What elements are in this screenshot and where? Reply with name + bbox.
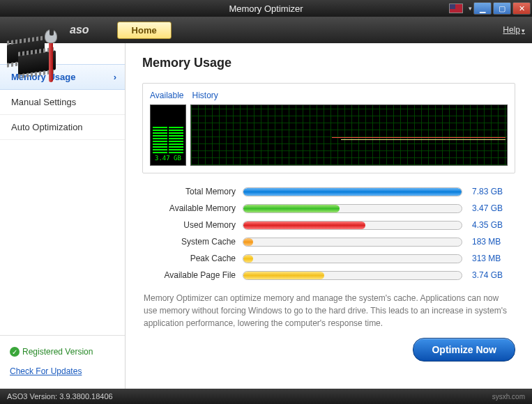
check-icon: ✓ (10, 347, 20, 357)
minimize-button[interactable]: ▁ (473, 2, 492, 15)
progress-bar (243, 254, 462, 263)
watermark: sysxh.com (492, 393, 525, 401)
progress-bar (243, 238, 462, 247)
registered-status: ✓ Registered Version (10, 343, 115, 361)
description-text: Memory Optimizer can optimize memory and… (144, 292, 514, 329)
progress-bar (243, 204, 462, 213)
sidebar: Memory Usage Manual Settings Auto Optimi… (0, 43, 126, 389)
available-gauge: 3.47 GB (150, 104, 186, 166)
stat-row-peak-cache: Peak Cache 313 MB (145, 250, 512, 267)
progress-bar (243, 187, 462, 196)
menubar: aso Home Help▾ (0, 17, 532, 43)
progress-bar (243, 271, 462, 280)
stat-row-total-memory: Total Memory 7.83 GB (145, 183, 512, 200)
stat-row-available-memory: Available Memory 3.47 GB (145, 200, 512, 217)
help-menu[interactable]: Help▾ (503, 25, 525, 35)
language-flag-icon[interactable] (449, 3, 463, 13)
version-label: ASO3 Version: 3.9.3800.18406 (7, 392, 113, 401)
panel-tab-available[interactable]: Available (150, 91, 183, 100)
app-logo-icon (3, 29, 66, 85)
window-title: Memory Optimizer (229, 3, 303, 14)
stats-list: Total Memory 7.83 GB Available Memory 3.… (145, 183, 512, 283)
panel-tab-history[interactable]: History (192, 91, 218, 100)
check-updates-link[interactable]: Check For Updates (10, 361, 115, 382)
tab-home[interactable]: Home (117, 22, 172, 39)
close-button[interactable]: ✕ (512, 2, 531, 15)
main-panel: Memory Usage Available History 3.47 GB T… (126, 43, 532, 389)
maximize-button[interactable]: ▢ (493, 2, 511, 15)
stat-row-page-file: Available Page File 3.74 GB (145, 267, 512, 283)
memory-graph-panel: Available History 3.47 GB (142, 83, 515, 173)
page-title: Memory Usage (142, 56, 515, 70)
progress-bar (243, 221, 462, 230)
optimize-now-button[interactable]: Optimize Now (413, 338, 515, 362)
brand-label: aso (70, 24, 89, 36)
statusbar: ASO3 Version: 3.9.3800.18406 sysxh.com (0, 389, 532, 404)
sidebar-item-manual-settings[interactable]: Manual Settings (0, 90, 125, 115)
sidebar-item-auto-optimization[interactable]: Auto Optimization (0, 115, 125, 140)
titlebar: Memory Optimizer ▾ ▁ ▢ ✕ (0, 0, 532, 17)
stat-row-system-cache: System Cache 183 MB (145, 233, 512, 250)
gauge-value: 3.47 GB (153, 155, 183, 162)
chevron-down-icon: ▾ (522, 27, 525, 34)
stat-row-used-memory: Used Memory 4.35 GB (145, 217, 512, 233)
history-graph (190, 104, 508, 166)
language-arrow-icon[interactable]: ▾ (469, 5, 472, 12)
